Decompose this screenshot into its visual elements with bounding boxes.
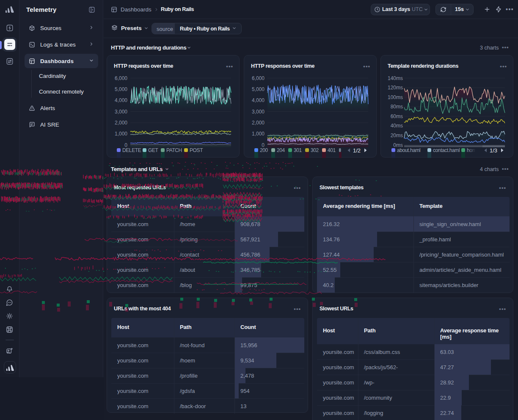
svg-text:GET: GET xyxy=(148,147,159,153)
svg-text:6,000: 6,000 xyxy=(115,75,127,81)
svg-text:about.haml: about.haml xyxy=(397,147,420,153)
svg-text:1/3: 1/3 xyxy=(490,147,497,154)
svg-text:1,000: 1,000 xyxy=(252,131,265,137)
svg-text:2,000: 2,000 xyxy=(252,120,265,126)
svg-text:3,000: 3,000 xyxy=(115,109,127,115)
svg-text:DELETE: DELETE xyxy=(122,147,141,153)
svg-text:80ms: 80ms xyxy=(391,104,403,110)
svg-text:1/2: 1/2 xyxy=(353,147,361,154)
svg-text:2,000: 2,000 xyxy=(115,120,127,126)
svg-text:3,000: 3,000 xyxy=(252,109,265,115)
svg-text:200: 200 xyxy=(260,147,268,153)
svg-text:302: 302 xyxy=(311,147,319,153)
svg-text:4,000: 4,000 xyxy=(252,97,265,103)
svg-text:5,000: 5,000 xyxy=(115,86,127,92)
svg-text:5,000: 5,000 xyxy=(252,86,265,92)
svg-text:100ms: 100ms xyxy=(388,94,403,100)
svg-text:204: 204 xyxy=(277,147,285,153)
svg-text:401: 401 xyxy=(328,147,336,153)
svg-text:140ms: 140ms xyxy=(388,75,403,81)
svg-text:contact.haml: contact.haml xyxy=(433,147,460,153)
svg-text:60ms: 60ms xyxy=(391,113,403,119)
svg-text:301: 301 xyxy=(294,147,302,153)
svg-text:120ms: 120ms xyxy=(388,85,403,91)
svg-text:6,000: 6,000 xyxy=(252,75,265,81)
svg-text:POST: POST xyxy=(190,147,203,153)
svg-text:40ms: 40ms xyxy=(391,123,403,129)
svg-text:4,000: 4,000 xyxy=(115,97,127,103)
svg-text:PATCH: PATCH xyxy=(166,147,182,153)
svg-text:20ms: 20ms xyxy=(391,133,403,138)
svg-text:1,000: 1,000 xyxy=(115,131,127,137)
